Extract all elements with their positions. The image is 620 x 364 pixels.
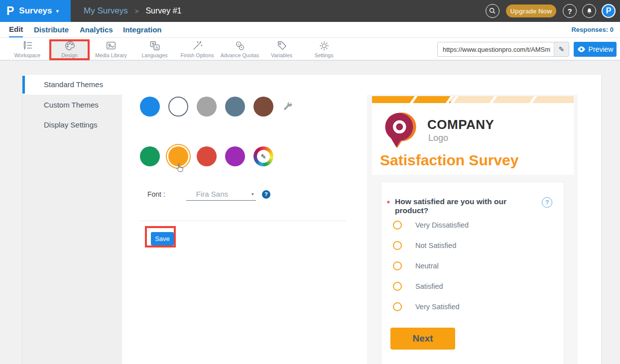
survey-preview-panel: COMPANY Logo Satisfaction Survey * How s… [367, 95, 578, 364]
toolbar-workspace[interactable]: Workspace [6, 39, 49, 60]
links-icon [234, 40, 246, 51]
active-indicator [22, 76, 25, 94]
theme-banner [372, 96, 574, 103]
option-very-satisfied[interactable]: Very Satisfied [381, 302, 564, 312]
breadcrumb-my-surveys[interactable]: My Surveys [84, 6, 128, 16]
toolbar-languages[interactable]: A Languages [133, 39, 176, 60]
preview-header-card: COMPANY Logo Satisfaction Survey [372, 96, 574, 175]
upgrade-now-button[interactable]: Upgrade Now [506, 4, 556, 17]
sidebar-item-standard-themes[interactable]: Standard Themes [22, 75, 601, 95]
toolbar-design[interactable]: Design [51, 39, 88, 60]
account-logo-icon[interactable]: P [602, 4, 616, 18]
top-navbar: P Surveys ▾ My Surveys > Survey #1 Upgra… [0, 0, 620, 22]
palette-icon [64, 40, 76, 51]
tab-integration[interactable]: Integration [123, 22, 162, 37]
brand-menu[interactable]: P Surveys ▾ [0, 0, 71, 22]
edit-toolbar: Workspace Design Media Library A Languag… [0, 38, 620, 61]
question-card: * How satisfied are you with our product… [381, 182, 564, 364]
company-logo-icon [382, 111, 417, 151]
swatch-white[interactable] [168, 97, 188, 117]
option-neutral[interactable]: Neutral [381, 261, 564, 271]
design-page: Standard Themes Custom Themes Display Se… [0, 61, 620, 364]
bell-icon[interactable] [582, 4, 596, 18]
help-icon[interactable]: ? [563, 4, 577, 18]
font-help-icon[interactable]: ? [262, 190, 270, 199]
eye-icon [577, 46, 586, 53]
breadcrumb-separator: > [135, 7, 139, 15]
company-name: COMPANY [427, 117, 494, 132]
questionpro-logo-icon: P [6, 4, 14, 18]
option-satisfied[interactable]: Satisfied [381, 282, 564, 292]
font-row: Font : Fira Sans ▾ ? [147, 187, 270, 202]
survey-title: Satisfaction Survey [380, 152, 518, 169]
tab-edit[interactable]: Edit [9, 22, 23, 37]
radio-icon[interactable] [393, 261, 402, 270]
share-url-field: ✎ [437, 42, 569, 57]
edit-url-icon[interactable]: ✎ [554, 42, 569, 56]
magic-wand-icon [191, 40, 203, 51]
company-subtitle: Logo [428, 133, 448, 143]
tab-distribute[interactable]: Distribute [34, 22, 69, 37]
gear-icon [318, 40, 330, 51]
option-not-satisfied[interactable]: Not Satisfied [381, 241, 564, 251]
save-highlight-annotation: Save [145, 226, 176, 247]
radio-icon[interactable] [393, 221, 402, 230]
font-label: Font : [147, 190, 165, 198]
next-button[interactable]: Next [390, 328, 455, 350]
swatch-blue[interactable] [140, 97, 160, 117]
swatch-brown[interactable] [253, 97, 273, 117]
color-picker-pencil-icon: ✎ [257, 150, 270, 163]
swatch-purple[interactable] [225, 146, 245, 166]
toolbar-finish-options[interactable]: Finish Options [174, 39, 220, 60]
cursor-hand-icon [174, 162, 185, 174]
responses-count[interactable]: Responses: 0 [571, 22, 614, 37]
tab-analytics[interactable]: Analytics [80, 22, 113, 37]
brand-label: Surveys [19, 6, 52, 16]
radio-icon[interactable] [393, 241, 402, 250]
question-help-icon[interactable]: ? [542, 197, 552, 208]
design-card: Standard Themes Custom Themes Display Se… [22, 75, 601, 364]
swatch-gray[interactable] [197, 97, 217, 117]
toolbar-variables[interactable]: Variables [260, 39, 303, 60]
workspace-icon [21, 40, 33, 51]
swatch-green[interactable] [140, 146, 160, 166]
sidebar-item-custom-themes[interactable]: Custom Themes [22, 95, 122, 115]
translate-icon: A [149, 40, 161, 51]
font-value: Fira Sans [196, 190, 228, 198]
question-text: How satisfied are you with our product? [395, 197, 537, 215]
image-icon [105, 40, 117, 51]
custom-color-wheel[interactable]: ✎ [253, 146, 273, 166]
swatch-red[interactable] [197, 146, 217, 166]
tag-icon [276, 40, 288, 51]
chevron-down-icon: ▾ [251, 191, 254, 197]
share-url-input[interactable] [438, 42, 554, 56]
chevron-down-icon: ▾ [56, 8, 59, 14]
svg-text:A: A [155, 45, 158, 50]
radio-icon[interactable] [393, 282, 402, 291]
radio-icon[interactable] [393, 302, 402, 311]
wrench-icon[interactable] [282, 101, 293, 114]
swatch-slate[interactable] [225, 97, 245, 117]
sidebar-item-display-settings[interactable]: Display Settings [22, 115, 122, 134]
survey-section-tabs: Edit Distribute Analytics Integration Re… [0, 22, 620, 38]
toolbar-media-library[interactable]: Media Library [89, 39, 133, 60]
option-very-dissatisfied[interactable]: Very Dissatisfied [381, 221, 564, 231]
toolbar-advance-quotas[interactable]: Advance Quotas [216, 39, 263, 60]
preview-button[interactable]: Preview [574, 42, 617, 57]
toolbar-settings[interactable]: Settings [303, 39, 345, 60]
themes-sidebar: Custom Themes Display Settings [22, 95, 122, 364]
search-icon[interactable] [486, 4, 499, 18]
divider [139, 221, 346, 221]
breadcrumb-current-survey: Survey #1 [145, 6, 181, 15]
save-button[interactable]: Save [151, 232, 174, 245]
font-select[interactable]: Fira Sans ▾ [186, 188, 256, 201]
required-marker: * [387, 199, 390, 207]
breadcrumb: My Surveys > Survey #1 [84, 0, 181, 22]
